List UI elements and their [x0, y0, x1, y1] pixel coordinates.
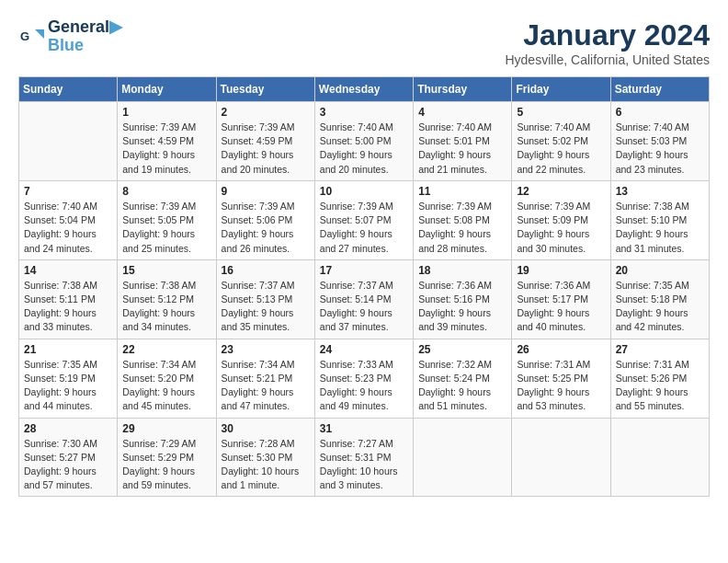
day-number: 7: [24, 185, 112, 198]
day-info: Sunrise: 7:39 AMSunset: 5:05 PMDaylight:…: [122, 200, 210, 256]
day-cell: 15 Sunrise: 7:38 AMSunset: 5:12 PMDaylig…: [118, 259, 216, 339]
day-cell: 4 Sunrise: 7:40 AMSunset: 5:01 PMDayligh…: [414, 102, 512, 181]
day-number: 19: [517, 264, 605, 277]
day-info: Sunrise: 7:38 AMSunset: 5:10 PMDaylight:…: [616, 200, 704, 256]
day-number: 9: [222, 185, 310, 198]
day-info: Sunrise: 7:40 AMSunset: 5:03 PMDaylight:…: [616, 121, 704, 177]
day-info: Sunrise: 7:34 AMSunset: 5:20 PMDaylight:…: [122, 358, 210, 414]
day-cell: 13 Sunrise: 7:38 AMSunset: 5:10 PMDaylig…: [610, 180, 709, 259]
day-info: Sunrise: 7:39 AMSunset: 4:59 PMDaylight:…: [122, 121, 210, 177]
calendar-table: SundayMondayTuesdayWednesdayThursdayFrid…: [18, 76, 710, 497]
header-friday: Friday: [512, 77, 610, 102]
day-number: 25: [418, 343, 506, 356]
week-row-1: 1 Sunrise: 7:39 AMSunset: 4:59 PMDayligh…: [19, 102, 710, 181]
day-info: Sunrise: 7:28 AMSunset: 5:30 PMDaylight:…: [222, 437, 310, 493]
day-cell: 5 Sunrise: 7:40 AMSunset: 5:02 PMDayligh…: [512, 102, 610, 181]
day-number: 24: [320, 343, 408, 356]
header-tuesday: Tuesday: [216, 77, 314, 102]
day-info: Sunrise: 7:33 AMSunset: 5:23 PMDaylight:…: [320, 358, 408, 414]
day-info: Sunrise: 7:35 AMSunset: 5:18 PMDaylight:…: [616, 279, 704, 335]
day-info: Sunrise: 7:40 AMSunset: 5:04 PMDaylight:…: [24, 200, 112, 256]
day-cell: 10 Sunrise: 7:39 AMSunset: 5:07 PMDaylig…: [314, 180, 413, 259]
day-cell: 11 Sunrise: 7:39 AMSunset: 5:08 PMDaylig…: [414, 180, 512, 259]
day-cell: 30 Sunrise: 7:28 AMSunset: 5:30 PMDaylig…: [216, 418, 314, 497]
day-cell: 18 Sunrise: 7:36 AMSunset: 5:16 PMDaylig…: [414, 259, 512, 339]
week-row-4: 21 Sunrise: 7:35 AMSunset: 5:19 PMDaylig…: [19, 339, 710, 418]
header-sunday: Sunday: [19, 77, 118, 102]
day-cell: 20 Sunrise: 7:35 AMSunset: 5:18 PMDaylig…: [610, 259, 709, 339]
day-number: 5: [517, 106, 605, 119]
header-thursday: Thursday: [414, 77, 512, 102]
day-cell: 3 Sunrise: 7:40 AMSunset: 5:00 PMDayligh…: [314, 102, 413, 181]
day-cell: 19 Sunrise: 7:36 AMSunset: 5:17 PMDaylig…: [512, 259, 610, 339]
day-cell: 28 Sunrise: 7:30 AMSunset: 5:27 PMDaylig…: [19, 418, 118, 497]
day-number: 21: [24, 343, 112, 356]
day-info: Sunrise: 7:39 AMSunset: 5:09 PMDaylight:…: [517, 200, 605, 256]
day-cell: 27 Sunrise: 7:31 AMSunset: 5:26 PMDaylig…: [610, 339, 709, 418]
day-number: 20: [616, 264, 704, 277]
day-cell: 1 Sunrise: 7:39 AMSunset: 4:59 PMDayligh…: [118, 102, 216, 181]
day-number: 2: [222, 106, 310, 119]
day-number: 1: [122, 106, 210, 119]
day-info: Sunrise: 7:32 AMSunset: 5:24 PMDaylight:…: [418, 358, 506, 414]
day-cell: 25 Sunrise: 7:32 AMSunset: 5:24 PMDaylig…: [414, 339, 512, 418]
day-number: 11: [418, 185, 506, 198]
day-cell: 12 Sunrise: 7:39 AMSunset: 5:09 PMDaylig…: [512, 180, 610, 259]
day-number: 28: [24, 422, 112, 435]
day-number: 12: [517, 185, 605, 198]
header-saturday: Saturday: [610, 77, 709, 102]
svg-text:G: G: [20, 29, 29, 43]
header-monday: Monday: [118, 77, 216, 102]
day-number: 6: [616, 106, 704, 119]
day-cell: 26 Sunrise: 7:31 AMSunset: 5:25 PMDaylig…: [512, 339, 610, 418]
day-cell: [512, 418, 610, 497]
day-info: Sunrise: 7:39 AMSunset: 5:07 PMDaylight:…: [320, 200, 408, 256]
day-cell: 16 Sunrise: 7:37 AMSunset: 5:13 PMDaylig…: [216, 259, 314, 339]
week-row-3: 14 Sunrise: 7:38 AMSunset: 5:11 PMDaylig…: [19, 259, 710, 339]
page-header: G General▶ Blue January 2024 Hydesville,…: [18, 18, 710, 67]
day-info: Sunrise: 7:37 AMSunset: 5:14 PMDaylight:…: [320, 279, 408, 335]
day-info: Sunrise: 7:36 AMSunset: 5:17 PMDaylight:…: [517, 279, 605, 335]
header-row: SundayMondayTuesdayWednesdayThursdayFrid…: [19, 77, 710, 102]
day-cell: 9 Sunrise: 7:39 AMSunset: 5:06 PMDayligh…: [216, 180, 314, 259]
day-number: 4: [418, 106, 506, 119]
day-number: 8: [122, 185, 210, 198]
day-number: 30: [222, 422, 310, 435]
day-number: 15: [122, 264, 210, 277]
day-info: Sunrise: 7:39 AMSunset: 5:08 PMDaylight:…: [418, 200, 506, 256]
day-cell: [610, 418, 709, 497]
day-number: 26: [517, 343, 605, 356]
calendar-title: January 2024: [505, 18, 710, 52]
day-number: 14: [24, 264, 112, 277]
day-cell: 2 Sunrise: 7:39 AMSunset: 4:59 PMDayligh…: [216, 102, 314, 181]
day-info: Sunrise: 7:40 AMSunset: 5:02 PMDaylight:…: [517, 121, 605, 177]
day-number: 22: [122, 343, 210, 356]
day-info: Sunrise: 7:36 AMSunset: 5:16 PMDaylight:…: [418, 279, 506, 335]
day-number: 17: [320, 264, 408, 277]
header-wednesday: Wednesday: [314, 77, 413, 102]
day-number: 18: [418, 264, 506, 277]
day-cell: 29 Sunrise: 7:29 AMSunset: 5:29 PMDaylig…: [118, 418, 216, 497]
day-info: Sunrise: 7:40 AMSunset: 5:01 PMDaylight:…: [418, 121, 506, 177]
day-info: Sunrise: 7:29 AMSunset: 5:29 PMDaylight:…: [122, 437, 210, 493]
title-section: January 2024 Hydesville, California, Uni…: [505, 18, 710, 67]
day-cell: 6 Sunrise: 7:40 AMSunset: 5:03 PMDayligh…: [610, 102, 709, 181]
day-number: 23: [222, 343, 310, 356]
day-cell: [414, 418, 512, 497]
day-info: Sunrise: 7:38 AMSunset: 5:11 PMDaylight:…: [24, 279, 112, 335]
day-cell: 14 Sunrise: 7:38 AMSunset: 5:11 PMDaylig…: [19, 259, 118, 339]
day-cell: 8 Sunrise: 7:39 AMSunset: 5:05 PMDayligh…: [118, 180, 216, 259]
day-cell: 31 Sunrise: 7:27 AMSunset: 5:31 PMDaylig…: [314, 418, 413, 497]
day-info: Sunrise: 7:40 AMSunset: 5:00 PMDaylight:…: [320, 121, 408, 177]
day-number: 16: [222, 264, 310, 277]
day-info: Sunrise: 7:39 AMSunset: 5:06 PMDaylight:…: [222, 200, 310, 256]
day-cell: 23 Sunrise: 7:34 AMSunset: 5:21 PMDaylig…: [216, 339, 314, 418]
day-cell: 7 Sunrise: 7:40 AMSunset: 5:04 PMDayligh…: [19, 180, 118, 259]
day-cell: [19, 102, 118, 181]
day-number: 13: [616, 185, 704, 198]
day-number: 27: [616, 343, 704, 356]
week-row-5: 28 Sunrise: 7:30 AMSunset: 5:27 PMDaylig…: [19, 418, 710, 497]
day-info: Sunrise: 7:37 AMSunset: 5:13 PMDaylight:…: [222, 279, 310, 335]
day-info: Sunrise: 7:34 AMSunset: 5:21 PMDaylight:…: [222, 358, 310, 414]
day-cell: 21 Sunrise: 7:35 AMSunset: 5:19 PMDaylig…: [19, 339, 118, 418]
